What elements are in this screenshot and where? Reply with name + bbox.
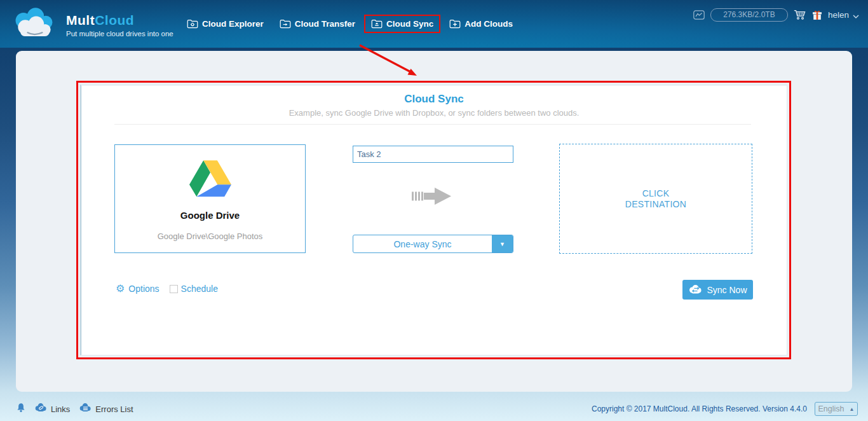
language-selector[interactable]: English ▲ xyxy=(815,402,858,416)
nav-label: Cloud Sync xyxy=(386,19,433,29)
google-drive-icon xyxy=(115,160,305,200)
nav-add-clouds[interactable]: Add Clouds xyxy=(442,15,520,33)
task-name-input[interactable] xyxy=(353,146,513,163)
nav-cloud-sync[interactable]: Cloud Sync xyxy=(364,15,440,33)
caret-up-icon: ▲ xyxy=(850,406,855,412)
sync-mode-dropdown[interactable]: One-way Sync ▼ xyxy=(353,235,513,253)
shopping-cart-icon[interactable] xyxy=(794,10,806,20)
footer-right: Copyright © 2017 MultCloud. All Rights R… xyxy=(592,402,858,416)
folder-arrow-icon xyxy=(280,19,291,29)
header-right: 276.3KB/2.0TB helen xyxy=(693,8,859,22)
language-value: English xyxy=(818,404,844,413)
nav-label: Add Clouds xyxy=(465,19,513,29)
cloud-list-icon xyxy=(79,403,92,415)
folder-gear-icon xyxy=(187,19,198,29)
username: helen xyxy=(828,10,849,20)
brand-logo[interactable]: MultCloud Put multiple cloud drives into… xyxy=(10,6,173,44)
brand-name: MultCloud xyxy=(66,13,134,27)
chevron-down-icon xyxy=(853,10,859,21)
gift-icon[interactable] xyxy=(812,10,822,20)
footer: Links Errors List Copyright © 2017 MultC… xyxy=(0,396,868,421)
sync-mode-value: One-way Sync xyxy=(353,235,492,252)
sync-now-button[interactable]: Sync Now xyxy=(682,280,753,300)
multcloud-cloud-icon xyxy=(10,6,58,44)
brand-tagline: Put multiple cloud drives into one xyxy=(66,30,173,38)
folder-sync-icon xyxy=(371,19,383,29)
gear-icon[interactable]: ⚙ xyxy=(116,284,125,294)
cloud-link-icon xyxy=(34,403,47,415)
sync-now-label: Sync Now xyxy=(707,285,747,295)
main-nav: Cloud Explorer Cloud Transfer Cloud Sy xyxy=(180,0,522,48)
nav-cloud-transfer[interactable]: Cloud Transfer xyxy=(273,15,362,33)
schedule-label[interactable]: Schedule xyxy=(181,284,218,294)
nav-cloud-explorer[interactable]: Cloud Explorer xyxy=(180,15,271,33)
source-cloud-path: Google Drive\Google Photos xyxy=(115,231,305,241)
flow-arrow-icon xyxy=(412,186,455,209)
links-button[interactable]: Links xyxy=(34,403,70,415)
options-link[interactable]: Options xyxy=(128,284,159,294)
cloud-sync-panel: Cloud Sync Example, sync Google Drive wi… xyxy=(80,85,787,355)
source-cloud-card[interactable]: Google Drive Google Drive\Google Photos xyxy=(114,144,306,253)
page-content: Cloud Sync Example, sync Google Drive wi… xyxy=(16,51,852,392)
nav-label: Cloud Transfer xyxy=(295,19,355,29)
options-row: ⚙ Options Schedule xyxy=(116,284,218,294)
nav-label: Cloud Explorer xyxy=(202,19,264,29)
destination-dropzone[interactable]: CLICK DESTINATION xyxy=(559,144,752,254)
folder-plus-icon xyxy=(449,19,461,29)
cloud-sync-icon xyxy=(688,284,702,296)
footer-left: Links Errors List xyxy=(17,403,133,415)
copyright-text: Copyright © 2017 MultCloud. All Rights R… xyxy=(592,404,807,413)
highlighted-sync-panel: Cloud Sync Example, sync Google Drive wi… xyxy=(76,81,791,359)
user-menu[interactable]: helen xyxy=(828,10,859,21)
chevron-down-icon[interactable]: ▼ xyxy=(492,235,513,252)
errors-list-button[interactable]: Errors List xyxy=(79,403,133,415)
errors-list-label: Errors List xyxy=(95,404,133,414)
page-subtitle: Example, sync Google Drive with Dropbox,… xyxy=(81,108,787,118)
header: MultCloud Put multiple cloud drives into… xyxy=(0,0,868,48)
page-title: Cloud Sync xyxy=(81,93,787,106)
bell-icon[interactable] xyxy=(17,403,25,415)
storage-usage-badge[interactable]: 276.3KB/2.0TB xyxy=(710,8,788,22)
traffic-stats-icon[interactable] xyxy=(693,10,705,20)
source-cloud-name: Google Drive xyxy=(115,210,305,221)
schedule-checkbox[interactable] xyxy=(170,285,178,293)
divider xyxy=(114,124,751,125)
destination-label: CLICK DESTINATION xyxy=(616,188,696,210)
links-label: Links xyxy=(51,404,70,414)
